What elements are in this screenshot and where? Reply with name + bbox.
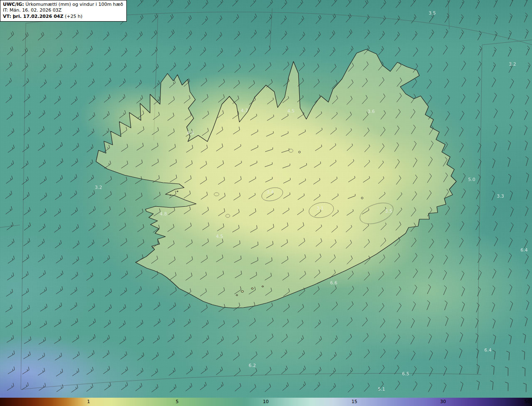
field-value-label: 4.7 (241, 108, 248, 113)
wind-barb (381, 0, 386, 9)
wind-barb (443, 286, 446, 295)
wind-barb (232, 336, 239, 344)
wind-barb (219, 79, 225, 87)
wind-barb (397, 319, 401, 329)
field-value-label: 6.5 (402, 371, 409, 377)
valid-time-line: VT: þri. 17.02.2026 04Z (+25 h) (3, 14, 123, 20)
wind-barb (121, 352, 127, 360)
wind-barb (412, 79, 416, 88)
wind-barb (5, 78, 12, 86)
wind-barb (506, 351, 509, 360)
wind-barb (494, 221, 498, 231)
island (241, 291, 244, 292)
wind-barb (508, 141, 510, 150)
wind-barb (346, 14, 351, 22)
wind-barb (22, 63, 28, 71)
wind-barb (22, 161, 28, 169)
wind-barb (24, 110, 30, 118)
wind-barb (40, 80, 47, 88)
wind-barb (250, 384, 256, 392)
wind-barb (509, 125, 512, 134)
wind-barb (493, 47, 496, 56)
wind-barb (202, 16, 208, 25)
wind-barb (509, 335, 512, 344)
wind-barb (267, 0, 273, 8)
wind-barb (7, 351, 14, 358)
wind-barb (266, 15, 272, 23)
wind-barb (40, 193, 47, 201)
wind-barb (509, 13, 512, 23)
wind-barb (137, 32, 143, 40)
wind-barb (346, 0, 351, 7)
wind-barb (153, 0, 159, 6)
wind-barb (70, 303, 77, 310)
wind-barb (315, 336, 322, 345)
wind-barb (314, 382, 320, 390)
wind-barb (429, 383, 432, 392)
wind-barb (7, 383, 14, 391)
weather-map-screen: 3.53.24.74.53.64.53.23.45.03.33.13.54.84… (0, 0, 532, 406)
wind-barb (250, 46, 256, 55)
wind-barb (119, 94, 125, 102)
wind-barb (524, 125, 527, 135)
wind-barb (460, 333, 463, 342)
wind-barb (524, 223, 527, 232)
wind-barb (526, 269, 530, 279)
wind-barb (103, 350, 109, 358)
wind-barb (427, 317, 430, 327)
wind-barb (56, 64, 62, 73)
island (170, 195, 171, 196)
wind-barb (478, 31, 481, 40)
wind-barb (202, 0, 208, 8)
wind-barb (87, 30, 93, 39)
wind-barb (234, 368, 241, 376)
wind-barb (170, 384, 176, 392)
wind-barb (461, 158, 464, 168)
wind-barb (363, 0, 368, 8)
wind-barb (446, 111, 450, 120)
wind-barb (202, 111, 209, 119)
wind-barb (508, 253, 512, 262)
wind-barb (379, 271, 384, 280)
wind-barb (24, 207, 30, 215)
wind-barb (526, 46, 530, 55)
wind-barb (524, 13, 527, 22)
wind-barb (71, 63, 77, 71)
wind-barb (510, 79, 514, 88)
graticule-line (0, 225, 20, 227)
wind-barb (200, 47, 206, 55)
wind-barb (476, 364, 479, 374)
wind-barb (525, 141, 527, 150)
wind-barb (510, 191, 512, 201)
wind-barb (460, 111, 464, 120)
wind-barb (89, 113, 95, 120)
wind-barb (138, 15, 143, 23)
field-value-label: 3.2 (95, 185, 102, 190)
graticule-line (21, 23, 26, 389)
wind-barb (170, 287, 177, 295)
wind-barb (299, 63, 305, 71)
wind-barb (217, 48, 223, 56)
wind-barb (103, 239, 109, 247)
wind-barb (494, 109, 498, 118)
wind-barb (119, 336, 126, 344)
wind-barb (460, 255, 463, 264)
wind-barb (55, 192, 62, 200)
wind-barb (70, 191, 76, 198)
wind-barb (22, 177, 29, 185)
wind-barb (39, 383, 46, 391)
wind-barb (478, 253, 481, 263)
wind-barb (39, 270, 46, 278)
wind-barb (71, 174, 77, 182)
field-value-label: 3.5 (429, 10, 436, 16)
wind-barb (363, 287, 368, 296)
wind-barb (443, 383, 446, 392)
wind-barb (218, 320, 224, 328)
wind-barb (429, 351, 433, 360)
wind-barb (103, 366, 110, 374)
wind-barb (24, 223, 30, 230)
wind-barb (73, 128, 79, 136)
wind-barb (39, 110, 45, 118)
wind-barb (526, 190, 529, 199)
wind-barb (461, 271, 464, 281)
